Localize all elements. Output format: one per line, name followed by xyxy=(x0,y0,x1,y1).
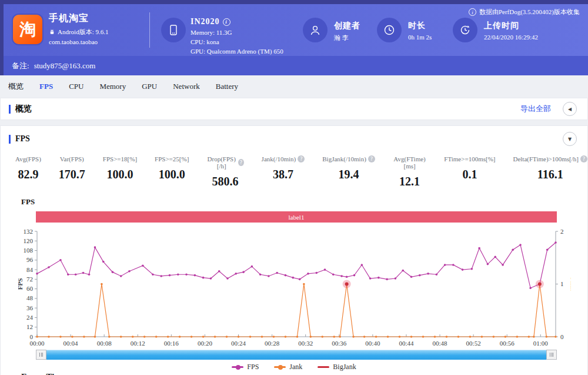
fps-section-title: FPS xyxy=(15,134,30,144)
stat-value: 0.1 xyxy=(444,168,495,181)
annotation-label: label1 xyxy=(289,214,305,221)
tab-network[interactable]: Network xyxy=(173,82,200,91)
svg-text:2: 2 xyxy=(560,228,564,235)
svg-text:1: 1 xyxy=(560,280,564,287)
next-section-title: FrameTime xyxy=(21,372,66,375)
title-accent-bar xyxy=(9,105,11,114)
stat-item: FPS>=18[%]100.0 xyxy=(103,155,137,188)
svg-text:00:36: 00:36 xyxy=(332,340,347,347)
svg-text:48: 48 xyxy=(26,294,34,301)
stat-label: Var(FPS) xyxy=(59,155,85,162)
help-icon[interactable]: ? xyxy=(298,155,305,162)
collect-info-icon[interactable]: i xyxy=(469,8,476,16)
stat-item: BigJank(/10min)?19.4 xyxy=(322,155,375,188)
svg-text:0: 0 xyxy=(30,333,34,340)
title-accent-bar xyxy=(9,135,11,144)
stat-item: Var(FPS)170.7 xyxy=(59,155,85,188)
fps-collapse-button[interactable]: ▼ xyxy=(563,132,577,146)
fps-stats-row: Avg(FPS)82.9Var(FPS)170.7FPS>=18[%]100.0… xyxy=(1,155,587,188)
svg-text:0: 0 xyxy=(560,333,564,340)
svg-text:120: 120 xyxy=(24,237,34,244)
device-cpu: CPU: kona xyxy=(191,38,283,45)
stat-label: FPS>=18[%] xyxy=(103,155,137,162)
creator-circle xyxy=(303,18,328,42)
stat-label: FTime>=100ms[%] xyxy=(444,155,495,162)
header-divider xyxy=(149,12,150,48)
collapse-left-icon: ◀ xyxy=(568,107,572,112)
tab-battery[interactable]: Battery xyxy=(216,82,238,91)
stat-value: 116.1 xyxy=(513,168,587,181)
collapse-down-icon: ▼ xyxy=(568,137,572,142)
help-icon[interactable]: ? xyxy=(368,155,375,162)
stat-item: Avg(FTime)[ms]12.1 xyxy=(393,155,426,188)
svg-text:00:56: 00:56 xyxy=(500,340,515,347)
overview-collapse-button[interactable]: ◀ xyxy=(563,102,577,116)
duration-label: 时长 xyxy=(408,21,432,31)
svg-text:00:44: 00:44 xyxy=(399,340,414,347)
history-icon xyxy=(459,24,472,36)
svg-text:00:16: 00:16 xyxy=(164,340,179,347)
header: 淘 手机淘宝 Android版本: 9.6.1 com.taobao.taoba… xyxy=(0,0,588,75)
stat-item: FPS>=25[%]100.0 xyxy=(155,155,189,188)
export-all-link[interactable]: 导出全部 xyxy=(520,104,551,114)
svg-text:00:20: 00:20 xyxy=(198,340,213,347)
person-icon xyxy=(309,24,322,36)
taobao-logo: 淘 xyxy=(13,15,42,44)
android-icon xyxy=(49,29,55,35)
legend-item-jank[interactable]: Jank xyxy=(274,363,302,371)
fps-chart: 01224364860728496108120132FPS012Jank00:0… xyxy=(18,227,571,347)
phone-icon xyxy=(167,24,180,36)
stat-value: 100.0 xyxy=(103,168,137,181)
help-icon[interactable]: ? xyxy=(238,159,244,166)
tab-memory[interactable]: Memory xyxy=(99,82,126,91)
scrollbar-track[interactable] xyxy=(46,350,546,360)
svg-text:96: 96 xyxy=(26,256,34,263)
device-gpu: GPU: Qualcomm Adreno (TM) 650 xyxy=(191,48,283,55)
stat-item: Avg(FPS)82.9 xyxy=(15,155,41,188)
svg-text:36: 36 xyxy=(26,304,34,311)
tab-概览[interactable]: 概览 xyxy=(8,81,24,92)
svg-text:00:24: 00:24 xyxy=(231,340,246,347)
stat-label: Drop(FPS)[/h]? xyxy=(206,155,243,170)
stat-label: Avg(FTime)[ms] xyxy=(393,155,426,170)
legend-label: FPS xyxy=(247,363,259,371)
tab-fps[interactable]: FPS xyxy=(39,82,53,91)
scrollbar-left-handle[interactable] xyxy=(36,350,46,360)
stat-value: 170.7 xyxy=(59,168,85,181)
legend-label: Jank xyxy=(289,363,302,371)
stat-label: Avg(FPS) xyxy=(15,155,41,162)
upload-circle xyxy=(453,18,477,42)
svg-text:72: 72 xyxy=(26,276,33,283)
svg-text:24: 24 xyxy=(26,314,34,321)
svg-text:00:52: 00:52 xyxy=(466,340,481,347)
tab-cpu[interactable]: CPU xyxy=(69,82,83,91)
app-android-version: Android版本: 9.6.1 xyxy=(58,28,108,36)
device-name: IN2020 xyxy=(191,17,220,26)
legend-marker xyxy=(318,366,329,368)
upload-label: 上传时间 xyxy=(484,21,538,31)
stat-value: 19.4 xyxy=(322,168,375,181)
legend-marker xyxy=(232,366,243,368)
device-circle xyxy=(161,18,186,42)
taobao-logo-glyph: 淘 xyxy=(19,18,36,41)
tab-gpu[interactable]: GPU xyxy=(142,82,157,91)
svg-text:00:08: 00:08 xyxy=(97,340,112,347)
stat-value: 82.9 xyxy=(15,168,41,181)
svg-text:84: 84 xyxy=(26,266,34,273)
scrollbar-right-handle[interactable] xyxy=(546,350,557,360)
help-icon[interactable]: ? xyxy=(580,155,587,162)
app-name: 手机淘宝 xyxy=(49,12,108,25)
stat-item: Delta(FTime)>100ms[/h]?116.1 xyxy=(513,155,587,188)
creator-label: 创建者 xyxy=(334,21,360,31)
svg-text:132: 132 xyxy=(24,228,34,235)
device-info-icon[interactable]: i xyxy=(223,18,230,26)
fps-section: FPS ▼ Avg(FPS)82.9Var(FPS)170.7FPS>=18[%… xyxy=(0,125,588,375)
overview-title: 概览 xyxy=(15,104,32,114)
legend-item-bigjank[interactable]: BigJank xyxy=(318,363,356,371)
note-label: 备注: xyxy=(12,61,29,71)
legend-item-fps[interactable]: FPS xyxy=(232,363,259,371)
upload-value: 22/04/2020 16:29:42 xyxy=(484,34,538,41)
device-memory: Memory: 11.3G xyxy=(191,29,283,36)
app-package: com.taobao.taobao xyxy=(49,38,108,45)
svg-text:00:40: 00:40 xyxy=(365,340,380,347)
